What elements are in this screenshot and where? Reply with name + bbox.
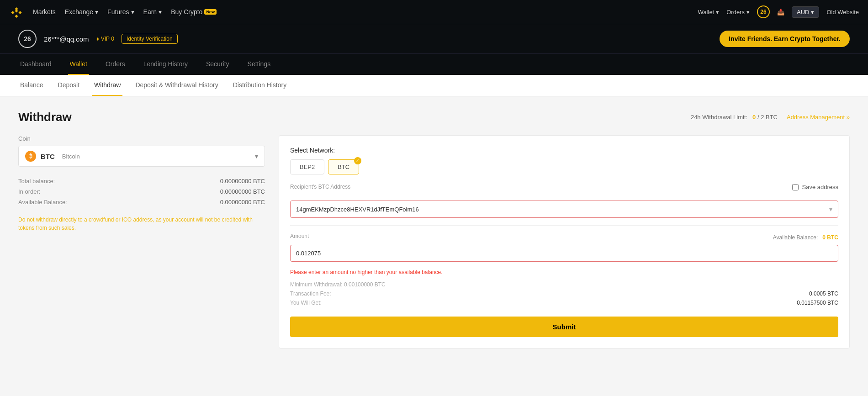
nav-markets[interactable]: Markets [33, 8, 56, 16]
tab-withdraw[interactable]: Withdraw [92, 75, 122, 96]
withdrawal-limit-info: 24h Withdrawal Limit: 0 / 2 BTC Address … [691, 114, 850, 121]
nav-dashboard[interactable]: Dashboard [18, 54, 53, 75]
tab-deposit-withdrawal-history[interactable]: Deposit & Withdrawal History [133, 75, 220, 96]
chevron-down-icon: ▾ [255, 153, 258, 160]
submit-button[interactable]: Submit [290, 317, 838, 337]
vip-badge: ♦ VIP 0 [96, 36, 114, 42]
nav-wallet[interactable]: Wallet [68, 54, 89, 75]
withdrawal-limit-label: 24h Withdrawal Limit: 0 / 2 BTC [691, 114, 778, 121]
tab-deposit[interactable]: Deposit [56, 75, 81, 96]
withdrawal-limit-max: 2 BTC [761, 114, 778, 121]
coin-select-left: ₿ BTC Bitcoin [25, 151, 80, 162]
recipient-address-input-row: ▾ [290, 201, 838, 218]
check-icon: ✓ [354, 157, 361, 164]
wallet-nav[interactable]: Wallet ▾ [698, 9, 720, 16]
right-nav: Wallet ▾ Orders ▾ 26 📥 AUD ▾ Old Website [698, 5, 859, 18]
amount-group [290, 245, 838, 262]
currency-selector[interactable]: AUD ▾ [792, 6, 819, 18]
nav-security[interactable]: Security [204, 54, 231, 75]
amount-input[interactable] [291, 245, 838, 261]
minimum-withdrawal-row: Minimum Withdrawal: 0.00100000 BTC [290, 280, 838, 289]
you-will-get-label: You Will Get: [290, 300, 322, 306]
left-panel: Coin ₿ BTC Bitcoin ▾ Total balance: 0.00… [18, 135, 265, 232]
nav-settings[interactable]: Settings [246, 54, 273, 75]
amount-label: Amount [290, 233, 309, 239]
coin-full-name: Bitcoin [62, 153, 80, 160]
page-title-row: Withdraw 24h Withdrawal Limit: 0 / 2 BTC… [18, 110, 850, 124]
amount-header: Amount Available Balance: 0 BTC [290, 233, 838, 242]
total-balance-value: 0.00000000 BTC [220, 178, 265, 185]
nav-orders[interactable]: Orders [104, 54, 127, 75]
nav-buy-crypto[interactable]: Buy Crypto New [171, 8, 217, 16]
in-order-value: 0.00000000 BTC [220, 188, 265, 195]
available-balance-value: 0.00000000 BTC [220, 199, 265, 206]
logo[interactable] [9, 5, 24, 19]
transaction-fee-value: 0.0005 BTC [809, 290, 838, 297]
nav-links: Markets Exchange ▾ Futures ▾ Earn ▾ Buy … [33, 8, 698, 16]
btc-icon: ₿ [25, 151, 36, 162]
save-address-label: Save address [802, 184, 839, 190]
second-navigation: Dashboard Wallet Orders Lending History … [0, 53, 868, 75]
transaction-fee-row: Transaction Fee: 0.0005 BTC [290, 289, 838, 298]
available-balance-label: Available Balance: [18, 199, 67, 206]
download-icon[interactable]: 📥 [777, 9, 784, 16]
balance-table: Total balance: 0.00000000 BTC In order: … [18, 176, 265, 207]
profile-avatar: 26 [18, 30, 37, 48]
minimum-withdrawal-label: Minimum Withdrawal: 0.00100000 BTC [290, 281, 386, 288]
user-avatar[interactable]: 26 [757, 5, 770, 18]
network-btc-button[interactable]: BTC ✓ [328, 159, 359, 174]
tab-balance[interactable]: Balance [18, 75, 45, 96]
old-website-link[interactable]: Old Website [826, 9, 859, 16]
new-badge: New [204, 9, 217, 15]
top-navigation: Markets Exchange ▾ Futures ▾ Earn ▾ Buy … [0, 0, 868, 24]
nav-exchange[interactable]: Exchange ▾ [65, 8, 98, 16]
you-will-get-row: You Will Get: 0.01157500 BTC [290, 298, 838, 307]
available-balance-val: 0 BTC [822, 234, 838, 241]
save-address-row: Save address [792, 184, 839, 190]
nav-futures[interactable]: Futures ▾ [107, 8, 134, 16]
balance-row-available: Available Balance: 0.00000000 BTC [18, 197, 265, 207]
profile-header: 26 26***@qq.com ♦ VIP 0 Identity Verific… [0, 24, 868, 53]
warning-text: Do not withdraw directly to a crowdfund … [18, 216, 265, 232]
nav-lending-history[interactable]: Lending History [142, 54, 190, 75]
identity-verification-button[interactable]: Identity Verification [122, 34, 178, 44]
balance-row-total: Total balance: 0.00000000 BTC [18, 176, 265, 186]
tab-navigation: Balance Deposit Withdraw Deposit & Withd… [0, 75, 868, 96]
divider [290, 225, 838, 226]
page-title: Withdraw [18, 110, 72, 124]
network-bep2-button[interactable]: BEP2 [290, 159, 324, 174]
you-will-get-value: 0.01157500 BTC [797, 300, 838, 306]
recipient-address-label: Recipient's BTC Address [290, 184, 350, 190]
network-options: BEP2 BTC ✓ [290, 159, 838, 174]
nav-earn[interactable]: Earn ▾ [143, 8, 162, 16]
right-panel: Select Network: BEP2 BTC ✓ Recipient's B… [279, 135, 850, 348]
balance-row-order: In order: 0.00000000 BTC [18, 186, 265, 197]
orders-nav[interactable]: Orders ▾ [726, 9, 750, 16]
recipient-address-input[interactable] [291, 201, 824, 217]
in-order-label: In order: [18, 188, 40, 195]
withdrawal-limit-current: 0 [752, 114, 756, 121]
profile-email: 26***@qq.com [44, 35, 89, 43]
total-balance-label: Total balance: [18, 178, 55, 185]
coin-selector[interactable]: ₿ BTC Bitcoin ▾ [18, 146, 265, 167]
network-label: Select Network: [290, 147, 838, 154]
address-dropdown-icon[interactable]: ▾ [824, 201, 838, 217]
address-management-link[interactable]: Address Management » [787, 114, 850, 121]
save-address-checkbox[interactable] [792, 184, 799, 190]
coin-label: Coin [18, 135, 265, 142]
form-area: Coin ₿ BTC Bitcoin ▾ Total balance: 0.00… [18, 135, 850, 348]
amount-input-row [290, 245, 838, 262]
recipient-address-group: ▾ [290, 201, 838, 218]
tab-distribution-history[interactable]: Distribution History [231, 75, 288, 96]
invite-friends-button[interactable]: Invite Friends. Earn Crypto Together. [720, 31, 850, 47]
available-balance-display: Available Balance: 0 BTC [773, 234, 838, 241]
amount-error-text: Please enter an amount no higher than yo… [290, 269, 838, 275]
transaction-fee-label: Transaction Fee: [290, 290, 331, 297]
main-content: Withdraw 24h Withdrawal Limit: 0 / 2 BTC… [0, 96, 868, 396]
coin-symbol: BTC [41, 153, 55, 160]
profile-left: 26 26***@qq.com ♦ VIP 0 Identity Verific… [18, 30, 178, 48]
